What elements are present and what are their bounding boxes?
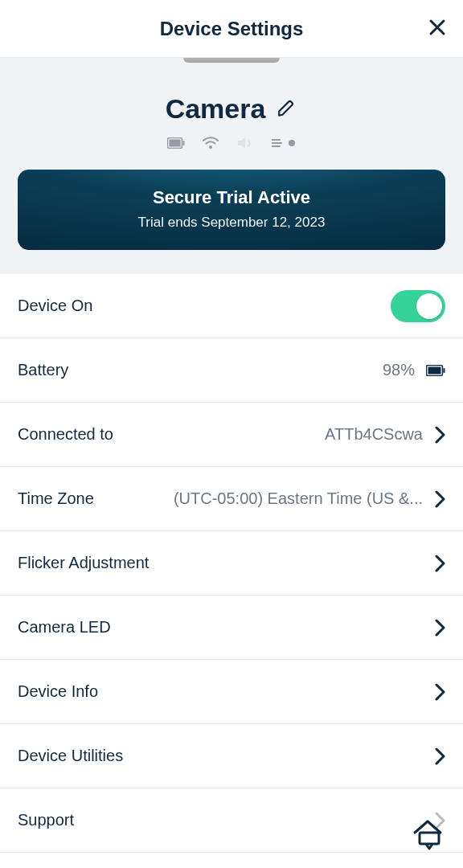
row-label: Flicker Adjustment bbox=[18, 554, 149, 572]
settings-list: Device On Battery 98% Connected to ATTb4… bbox=[0, 274, 463, 853]
row-device-on: Device On bbox=[0, 274, 463, 338]
battery-icon bbox=[426, 365, 445, 376]
row-connected-to[interactable]: Connected to ATTb4CScwa bbox=[0, 403, 463, 467]
banner-title: Secure Trial Active bbox=[34, 187, 429, 208]
banner-subtitle: Trial ends September 12, 2023 bbox=[34, 215, 429, 231]
svg-rect-7 bbox=[444, 368, 445, 373]
edit-name-button[interactable] bbox=[277, 97, 297, 121]
row-label: Battery bbox=[18, 361, 68, 379]
row-camera-led[interactable]: Camera LED bbox=[0, 596, 463, 660]
wifi-icon bbox=[203, 137, 219, 149]
svg-rect-2 bbox=[183, 141, 185, 145]
chevron-right-icon bbox=[434, 426, 445, 444]
row-label: Camera LED bbox=[18, 618, 111, 637]
device-name: Camera bbox=[166, 93, 266, 125]
home-fab-button[interactable] bbox=[405, 810, 450, 855]
chevron-right-icon bbox=[434, 490, 445, 508]
trial-banner[interactable]: Secure Trial Active Trial ends September… bbox=[18, 170, 445, 250]
chevron-right-icon bbox=[434, 747, 445, 765]
row-label: Connected to bbox=[18, 425, 113, 444]
svg-point-3 bbox=[209, 145, 212, 149]
status-icons bbox=[18, 136, 445, 150]
row-flicker-adjustment[interactable]: Flicker Adjustment bbox=[0, 531, 463, 596]
svg-rect-1 bbox=[170, 140, 181, 147]
row-label: Device Info bbox=[18, 682, 98, 701]
chevron-right-icon bbox=[434, 683, 445, 701]
row-support[interactable]: Support bbox=[0, 788, 463, 853]
battery-value: 98% bbox=[383, 361, 415, 379]
row-label: Support bbox=[18, 811, 74, 829]
close-icon bbox=[428, 18, 447, 37]
row-label: Device Utilities bbox=[18, 747, 123, 765]
battery-icon bbox=[167, 137, 185, 149]
page-title: Device Settings bbox=[160, 18, 304, 40]
row-label: Time Zone bbox=[18, 489, 94, 508]
chevron-right-icon bbox=[434, 555, 445, 572]
wifi-name-value: ATTb4CScwa bbox=[325, 425, 423, 444]
row-label: Device On bbox=[18, 297, 92, 315]
close-button[interactable] bbox=[428, 18, 447, 40]
row-battery[interactable]: Battery 98% bbox=[0, 338, 463, 403]
row-device-info[interactable]: Device Info bbox=[0, 660, 463, 724]
device-on-toggle[interactable] bbox=[391, 290, 445, 322]
device-image bbox=[183, 58, 280, 63]
time-zone-value: (UTC-05:00) Eastern Time (US &... bbox=[174, 489, 423, 508]
motion-icon bbox=[272, 137, 296, 149]
chevron-right-icon bbox=[434, 619, 445, 637]
pencil-icon bbox=[277, 97, 297, 118]
svg-rect-6 bbox=[428, 366, 441, 374]
device-hero: Camera Secure Trial Active Trial ends Se… bbox=[0, 58, 463, 274]
svg-rect-8 bbox=[420, 833, 439, 844]
svg-point-4 bbox=[289, 140, 295, 146]
row-device-utilities[interactable]: Device Utilities bbox=[0, 724, 463, 788]
row-time-zone[interactable]: Time Zone (UTC-05:00) Eastern Time (US &… bbox=[0, 467, 463, 531]
home-chat-icon bbox=[408, 813, 447, 852]
header: Device Settings bbox=[0, 0, 463, 58]
speaker-muted-icon bbox=[236, 136, 254, 150]
